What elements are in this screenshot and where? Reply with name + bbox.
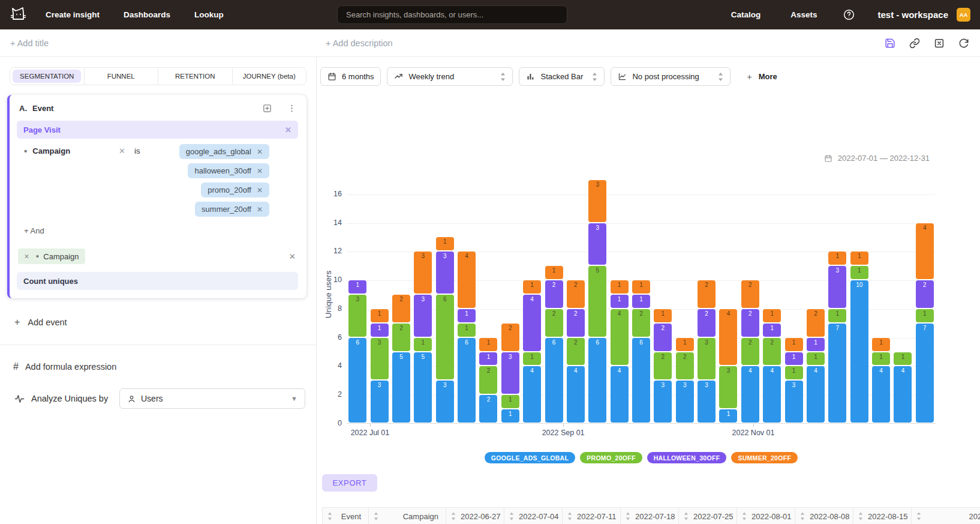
remove-value-icon[interactable]: ✕ bbox=[257, 205, 263, 214]
table-header-2022-07-11[interactable]: 2022-07-11 bbox=[563, 508, 621, 524]
legend-pill-halloween_30off[interactable]: HALLOWEEN_30OFF bbox=[647, 452, 727, 463]
bar-segment-summer_20off[interactable]: 1 bbox=[828, 251, 846, 265]
bar-segment-google_ads_global[interactable]: 6 bbox=[632, 338, 650, 423]
share-link-icon[interactable] bbox=[909, 38, 920, 49]
table-header-2022-08-15[interactable]: 2022-08-15 bbox=[853, 508, 912, 524]
date-range-button[interactable]: 6 months bbox=[320, 67, 381, 86]
bar-segment-promo_20off[interactable]: 3 bbox=[348, 295, 366, 337]
analyze-entity-select[interactable]: Users ▼ bbox=[119, 388, 305, 409]
nav-dashboards[interactable]: Dashboards bbox=[124, 10, 170, 19]
bar-segment-google_ads_global[interactable]: 10 bbox=[850, 280, 868, 423]
bar-segment-summer_20off[interactable]: 1 bbox=[632, 280, 650, 294]
bar-segment-halloween_30off[interactable]: 1 bbox=[348, 280, 366, 294]
nav-catalog[interactable]: Catalog bbox=[731, 10, 761, 19]
remove-breakdown-icon[interactable]: ✕ bbox=[24, 253, 29, 260]
bar-segment-google_ads_global[interactable]: 3 bbox=[371, 381, 389, 423]
bar-segment-promo_20off[interactable]: 1 bbox=[523, 352, 541, 366]
filter-value-tag[interactable]: halloween_30off✕ bbox=[188, 163, 269, 178]
bar-segment-summer_20off[interactable]: 1 bbox=[523, 280, 541, 294]
clear-breakdown-icon[interactable]: ✕ bbox=[289, 251, 296, 261]
filter-value-tag[interactable]: promo_20off✕ bbox=[201, 182, 269, 197]
nav-create-insight[interactable]: Create insight bbox=[46, 10, 100, 19]
bar-segment-summer_20off[interactable]: 1 bbox=[850, 251, 868, 265]
bar-segment-promo_20off[interactable]: 1 bbox=[916, 309, 934, 322]
bar-segment-halloween_30off[interactable]: 3 bbox=[436, 251, 454, 294]
bar-segment-halloween_30off[interactable]: 3 bbox=[588, 223, 606, 265]
export-button[interactable]: EXPORT bbox=[322, 474, 377, 492]
bar-segment-halloween_30off[interactable]: 2 bbox=[567, 309, 585, 337]
bar-segment-halloween_30off[interactable]: 1 bbox=[611, 295, 629, 308]
bar-segment-google_ads_global[interactable]: 6 bbox=[458, 338, 476, 423]
bar-segment-halloween_30off[interactable]: 2 bbox=[916, 280, 934, 308]
bar-segment-promo_20off[interactable]: 3 bbox=[719, 366, 737, 408]
bar-segment-google_ads_global[interactable]: 7 bbox=[916, 324, 934, 423]
add-event-button[interactable]: + Add event bbox=[14, 317, 316, 328]
bar-segment-promo_20off[interactable]: 3 bbox=[698, 338, 716, 380]
remove-value-icon[interactable]: ✕ bbox=[257, 148, 263, 156]
table-header-2022-06-27[interactable]: 2022-06-27 bbox=[446, 508, 504, 524]
table-header-2022-07-25[interactable]: 2022-07-25 bbox=[679, 508, 737, 524]
table-header-2022-08-22[interactable]: 2022-08-22 bbox=[912, 508, 980, 524]
bar-segment-summer_20off[interactable]: 4 bbox=[719, 309, 737, 366]
bar-segment-halloween_30off[interactable]: 1 bbox=[632, 295, 650, 308]
bar-segment-google_ads_global[interactable]: 1 bbox=[719, 409, 737, 423]
bar-segment-halloween_30off[interactable]: 1 bbox=[763, 324, 781, 337]
nav-lookup[interactable]: Lookup bbox=[194, 10, 224, 19]
post-processing-select[interactable]: No post processing bbox=[611, 67, 731, 86]
bar-segment-google_ads_global[interactable]: 4 bbox=[763, 366, 781, 423]
legend-pill-summer_20off[interactable]: SUMMER_20OFF bbox=[731, 452, 798, 463]
bar-segment-google_ads_global[interactable]: 6 bbox=[348, 338, 366, 423]
bar-segment-summer_20off[interactable]: 1 bbox=[785, 338, 803, 351]
avatar[interactable]: AA bbox=[957, 8, 970, 22]
bar-segment-google_ads_global[interactable]: 6 bbox=[545, 338, 563, 423]
legend-pill-google_ads_global[interactable]: GOOGLE_ADS_GLOBAL bbox=[485, 452, 575, 463]
bar-segment-promo_20off[interactable]: 1 bbox=[828, 309, 846, 322]
table-header-2022-07-18[interactable]: 2022-07-18 bbox=[621, 508, 679, 524]
bar-segment-promo_20off[interactable]: 1 bbox=[807, 352, 825, 366]
bar-segment-summer_20off[interactable]: 3 bbox=[588, 180, 606, 222]
bar-segment-summer_20off[interactable]: 1 bbox=[611, 280, 629, 294]
bar-segment-summer_20off[interactable]: 1 bbox=[371, 309, 389, 322]
cat-logo-icon[interactable] bbox=[10, 6, 28, 24]
remove-filter-icon[interactable]: ✕ bbox=[119, 146, 134, 155]
filter-property[interactable]: • Campaign bbox=[24, 146, 119, 155]
event-selector[interactable]: Page Visit ✕ bbox=[17, 121, 298, 139]
bar-segment-google_ads_global[interactable]: 4 bbox=[894, 366, 912, 423]
bar-segment-promo_20off[interactable]: 1 bbox=[785, 366, 803, 379]
filter-operator[interactable]: is bbox=[134, 146, 174, 155]
bar-segment-promo_20off[interactable]: 1 bbox=[458, 324, 476, 337]
bar-segment-promo_20off[interactable]: 4 bbox=[611, 309, 629, 366]
bar-segment-promo_20off[interactable]: 6 bbox=[436, 295, 454, 379]
bar-segment-summer_20off[interactable]: 1 bbox=[872, 338, 890, 351]
table-header-campaign[interactable]: Campaign bbox=[369, 508, 446, 524]
bar-segment-summer_20off[interactable]: 1 bbox=[654, 309, 672, 322]
filter-value-tag[interactable]: summer_20off✕ bbox=[195, 202, 269, 217]
bar-segment-summer_20off[interactable]: 1 bbox=[479, 338, 497, 351]
bar-segment-google_ads_global[interactable]: 4 bbox=[807, 366, 825, 423]
bar-segment-promo_20off[interactable]: 1 bbox=[414, 338, 432, 351]
bar-segment-google_ads_global[interactable]: 3 bbox=[676, 381, 694, 423]
bar-segment-google_ads_global[interactable]: 4 bbox=[741, 366, 759, 423]
filter-value-tag[interactable]: google_ads_global✕ bbox=[179, 144, 269, 159]
bar-segment-halloween_30off[interactable]: 2 bbox=[741, 309, 759, 337]
bar-segment-halloween_30off[interactable]: 2 bbox=[698, 309, 716, 337]
chart-type-select[interactable]: Stacked Bar bbox=[519, 67, 605, 86]
search-input[interactable] bbox=[337, 5, 567, 24]
bar-segment-promo_20off[interactable]: 2 bbox=[392, 324, 410, 351]
remove-value-icon[interactable]: ✕ bbox=[257, 167, 263, 175]
nav-assets[interactable]: Assets bbox=[790, 10, 817, 19]
bar-segment-halloween_30off[interactable]: 1 bbox=[371, 324, 389, 337]
bar-segment-google_ads_global[interactable]: 3 bbox=[654, 381, 672, 423]
bar-segment-halloween_30off[interactable]: 4 bbox=[523, 295, 541, 351]
bar-segment-summer_20off[interactable]: 2 bbox=[741, 280, 759, 308]
bar-segment-promo_20off[interactable]: 1 bbox=[872, 352, 890, 366]
bar-segment-summer_20off[interactable]: 4 bbox=[916, 223, 934, 280]
bar-segment-halloween_30off[interactable]: 2 bbox=[654, 324, 672, 351]
tab-segmentation[interactable]: SEGMENTATION bbox=[10, 68, 85, 85]
bar-segment-google_ads_global[interactable]: 6 bbox=[588, 338, 606, 423]
bar-segment-summer_20off[interactable]: 4 bbox=[458, 251, 476, 308]
workspace-name[interactable]: test - workspace bbox=[877, 10, 948, 20]
bar-segment-promo_20off[interactable]: 5 bbox=[588, 266, 606, 336]
bar-segment-halloween_30off[interactable]: 1 bbox=[458, 309, 476, 322]
remove-value-icon[interactable]: ✕ bbox=[257, 186, 263, 194]
